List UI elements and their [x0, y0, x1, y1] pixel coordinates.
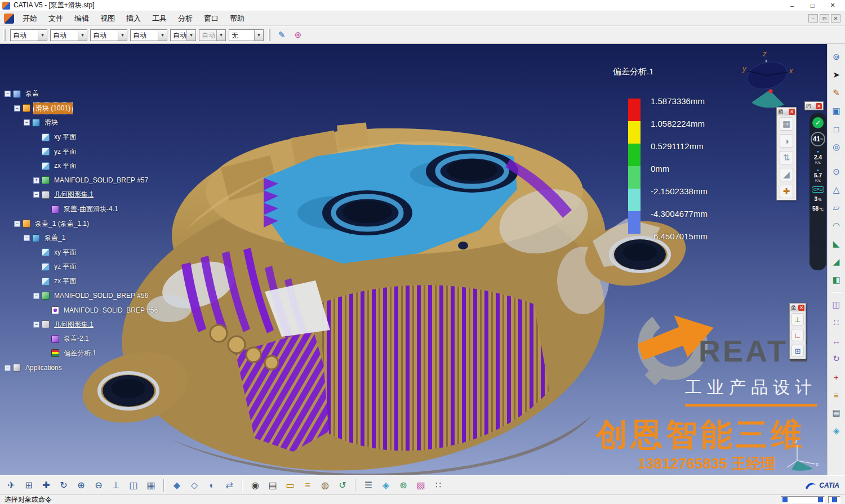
fly-mode-icon[interactable]: ✈ — [5, 479, 18, 492]
mass-properties-icon[interactable]: ◍ — [318, 479, 332, 492]
mesh-analysis-icon[interactable]: ▦ — [780, 117, 793, 131]
sketcher-icon[interactable]: ✎ — [830, 87, 843, 99]
chevron-down-icon[interactable]: ▾ — [216, 30, 225, 41]
floating-toolbar-3[interactable]: 坐✕⊥∟⊞ — [789, 303, 806, 359]
toolbar-grip[interactable] — [3, 29, 6, 41]
toolbar-grip[interactable] — [268, 29, 270, 41]
tree-node[interactable]: −Applications — [5, 360, 159, 375]
apply-material-icon[interactable]: ◈ — [830, 425, 843, 437]
menu-item-3[interactable]: 编辑 — [69, 12, 95, 25]
tree-node[interactable]: −泵盖 — [5, 87, 159, 101]
tree-node[interactable]: 偏差分析.1 — [5, 346, 159, 361]
format-combo-2[interactable]: 自动▾ — [50, 29, 87, 41]
tree-node[interactable]: −滑块 — [5, 115, 159, 130]
tree-expander[interactable]: − — [33, 322, 39, 328]
layer-filter-icon[interactable]: ☰ — [362, 479, 375, 492]
translate-icon[interactable]: ↔ — [830, 334, 843, 347]
doc-close-button[interactable]: ✕ — [831, 14, 840, 23]
tree-node-label[interactable]: xy 平面 — [52, 132, 78, 142]
model-viewport[interactable]: −泵盖−滑块 (1001)−滑块xy 平面yz 平面zx 平面+MANIFOLD… — [0, 44, 827, 475]
tree-expander[interactable]: − — [14, 105, 20, 111]
boost-percent-gauge[interactable]: 41% — [811, 132, 825, 146]
tree-node[interactable]: 泵盖-曲面滑块-4.1 — [5, 202, 159, 217]
tree-node-label[interactable]: 泵盖 — [24, 88, 41, 99]
catalog-icon[interactable]: ▤ — [830, 407, 843, 419]
floating-toolbar-titlebar[interactable]: 稍✕ — [777, 108, 796, 115]
rotate-icon[interactable]: ↻ — [57, 479, 70, 492]
format-combo-4[interactable]: 自动▾ — [130, 29, 167, 41]
shading-icon[interactable]: ◆ — [170, 479, 184, 492]
doc-restore-button[interactable]: ⊡ — [820, 14, 829, 23]
tree-node[interactable]: zx 平面 — [5, 159, 159, 173]
chevron-down-icon[interactable]: ▾ — [158, 30, 167, 41]
globe-icon[interactable]: ⊚ — [397, 479, 410, 492]
floating-toolbar-titlebar[interactable]: 坐✕ — [790, 304, 806, 311]
rib-icon[interactable]: △ — [830, 184, 843, 196]
tree-node-label[interactable]: yz 平面 — [52, 261, 78, 272]
menu-item-4[interactable]: 视图 — [95, 12, 121, 25]
chevron-down-icon[interactable]: ▾ — [254, 30, 263, 41]
swap-visible-space-icon[interactable]: ⇄ — [223, 479, 236, 492]
tree-node-label[interactable]: 泵盖-2.1 — [62, 333, 91, 344]
rotate-body-icon[interactable]: ↻ — [830, 353, 843, 365]
tree-node[interactable]: xy 平面 — [5, 246, 159, 260]
floating-toolbar-1[interactable]: 稍✕▦◑⇅◢✚ — [776, 107, 797, 200]
close-icon[interactable]: ✕ — [816, 103, 822, 109]
tree-node[interactable]: yz 平面 — [5, 260, 159, 274]
tree-node-label[interactable]: MANIFOLD_SOLID_BREP #56 — [52, 291, 150, 300]
hide-show-icon[interactable]: ◐ — [205, 479, 219, 492]
tree-expander[interactable]: − — [24, 119, 30, 126]
pattern-icon[interactable]: ∷ — [830, 316, 843, 329]
tree-node-label[interactable]: 偏差分析.1 — [62, 348, 98, 359]
workbench-compass-icon[interactable]: ⊚ — [830, 51, 843, 63]
tree-node-label[interactable]: 几何图形集.1 — [52, 319, 95, 330]
menu-item-8[interactable]: 窗口 — [198, 12, 224, 25]
tree-node-label[interactable]: zx 平面 — [52, 276, 78, 287]
menu-item-1[interactable]: 开始 — [17, 12, 43, 25]
floating-toolbar-titlebar[interactable]: 约✕ — [805, 102, 823, 110]
compass-tool-icon[interactable]: ✚ — [780, 185, 793, 198]
menu-item-6[interactable]: 工具 — [146, 12, 172, 25]
fillet-icon[interactable]: ◠ — [830, 220, 843, 232]
tree-node-label[interactable]: zx 平面 — [52, 160, 78, 171]
zoom-in-icon[interactable]: ⊕ — [74, 479, 88, 492]
pocket-icon[interactable]: □ — [830, 123, 843, 135]
normal-view-icon[interactable]: ⊥ — [109, 479, 123, 492]
tree-node-label[interactable]: 滑块 (1001) — [33, 102, 73, 114]
draft-icon[interactable]: ◢ — [830, 256, 843, 268]
grid-icon[interactable]: ⊞ — [791, 345, 804, 357]
tree-node-label[interactable]: yz 平面 — [52, 146, 78, 157]
ruler-icon[interactable]: ▭ — [283, 479, 297, 492]
select-arrow-icon[interactable]: ➤ — [830, 69, 843, 81]
local-axis-icon[interactable]: ∟ — [791, 329, 804, 341]
tree-node[interactable]: −MANIFOLD_SOLID_BREP #56 — [5, 288, 159, 303]
chevron-down-icon[interactable]: ▾ — [186, 30, 195, 41]
wireframe-icon[interactable]: ◇ — [188, 479, 201, 492]
menu-item-7[interactable]: 分析 — [172, 12, 198, 25]
tree-node[interactable]: −泵盖_1 — [5, 231, 159, 246]
distance-analysis-icon[interactable]: ⇅ — [780, 151, 793, 164]
draft-analysis-icon[interactable]: ◢ — [780, 168, 793, 181]
rgb-channels-icon[interactable]: ▧ — [414, 479, 428, 492]
tree-node[interactable]: xy 平面 — [5, 130, 159, 145]
tree-node[interactable]: 泵盖-2.1 — [5, 332, 159, 346]
slot-icon[interactable]: ▱ — [830, 202, 843, 214]
tree-node[interactable]: −几何图形集.1 — [5, 318, 159, 332]
close-icon[interactable]: ✕ — [789, 109, 795, 115]
quick-view-icon[interactable]: ◫ — [127, 479, 140, 492]
tree-expander[interactable]: − — [33, 191, 39, 198]
graphic-properties-wizard-icon[interactable]: ✎ — [275, 28, 288, 42]
tree-node[interactable]: yz 平面 — [5, 144, 159, 159]
workbench-icon[interactable] — [4, 14, 14, 24]
tree-node-label[interactable]: MANIFOLD_SOLID_BREP #56 — [62, 306, 159, 315]
refresh-icon[interactable]: ↺ — [336, 479, 349, 492]
chevron-down-icon[interactable]: ▾ — [38, 30, 47, 41]
pan-icon[interactable]: ✚ — [39, 479, 53, 492]
tree-node-label[interactable]: 几何图形集.1 — [52, 189, 95, 200]
chamfer-icon[interactable]: ◣ — [830, 238, 843, 250]
format-combo-3[interactable]: 自动▾ — [90, 29, 127, 41]
snap-grid-icon[interactable]: ∷ — [432, 479, 445, 492]
compass-pivot-dot[interactable] — [769, 90, 773, 93]
axis-xyz-icon[interactable]: ⊥ — [791, 313, 804, 325]
fit-all-in-icon[interactable]: ⊞ — [22, 479, 35, 492]
